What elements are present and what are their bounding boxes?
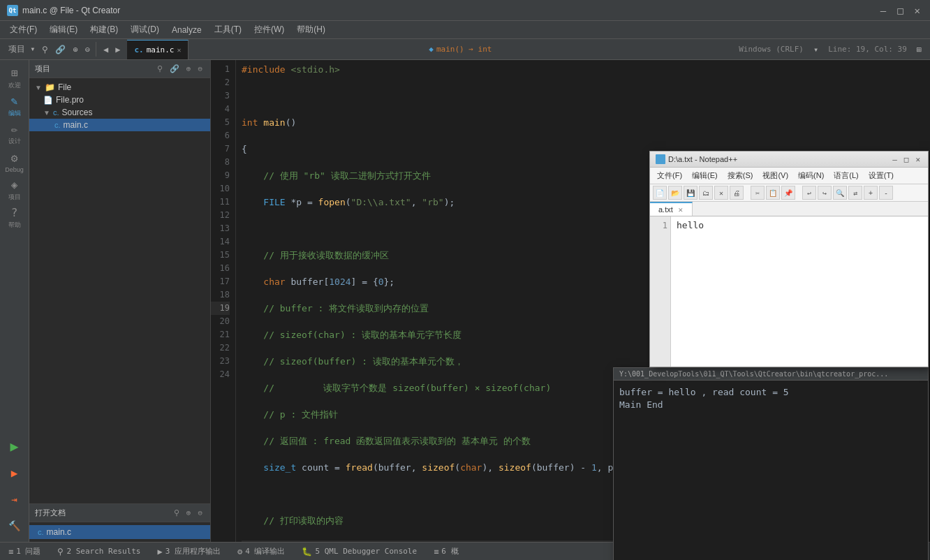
- toolbar: 项目 ▾ ⚲ 🔗 ⊕ ⊖ ◀ ▶ c. main.c ✕ ◆ main() → …: [0, 39, 930, 60]
- status-item-3[interactable]: ▶ 3 应用程序输出: [154, 545, 223, 558]
- npp-close-btn[interactable]: ✕: [714, 186, 728, 200]
- menu-edit[interactable]: 编辑(E): [44, 22, 83, 37]
- debug-run-button[interactable]: ▶: [4, 462, 25, 483]
- npp-menu-encode[interactable]: 编码(N): [794, 169, 828, 182]
- menu-controls[interactable]: 控件(W): [249, 22, 290, 37]
- npp-new-btn[interactable]: 📄: [653, 186, 667, 200]
- sidebar-help[interactable]: ? 帮助: [2, 205, 27, 230]
- main-c-tab[interactable]: c. main.c ✕: [127, 40, 189, 59]
- sidebar-debug[interactable]: ⚙ Debug: [2, 149, 27, 175]
- toolbar-back-btn[interactable]: ◀: [101, 43, 111, 56]
- open-docs-add[interactable]: ⊕: [184, 508, 193, 518]
- menu-debug[interactable]: 调试(D): [125, 22, 165, 37]
- tree-item-file-folder[interactable]: ▼ 📁 File: [29, 81, 210, 94]
- npp-paste-btn[interactable]: 📌: [781, 186, 795, 200]
- split-button[interactable]: ⊞: [914, 43, 924, 56]
- run-button[interactable]: ▶: [4, 436, 25, 457]
- build-button[interactable]: 🔨: [4, 515, 25, 536]
- npp-copy-btn[interactable]: 📋: [766, 186, 780, 200]
- npp-print-btn[interactable]: 🖨: [730, 186, 744, 200]
- sidebar-edit[interactable]: ✎ 编辑: [2, 94, 27, 119]
- npp-redo-btn[interactable]: ↪: [818, 186, 832, 200]
- welcome-icon: ⊞: [11, 66, 18, 80]
- npp-save-btn[interactable]: 💾: [684, 186, 698, 200]
- npp-cut-btn[interactable]: ✂: [751, 186, 765, 200]
- tree-item-main-c[interactable]: c. main.c: [29, 119, 210, 131]
- step-button[interactable]: ⇥: [4, 489, 25, 510]
- status-icon-2: ⚲: [57, 547, 64, 557]
- notepad-minimize[interactable]: —: [890, 155, 899, 164]
- sidebar-design[interactable]: ✏ 设计: [2, 121, 27, 147]
- sidebar-icons: ⊞ 欢迎 ✎ 编辑 ✏ 设计 ⚙ Debug ◈ 项目 ? 帮助 ▶ ▶ ⇥ 🔨: [0, 60, 29, 542]
- status-item-1[interactable]: ≡ 1 问题: [6, 545, 43, 558]
- npp-menu-lang[interactable]: 语言(L): [829, 169, 862, 182]
- sidebar-welcome[interactable]: ⊞ 欢迎: [2, 66, 27, 91]
- minus-btn[interactable]: ⊖: [195, 64, 205, 74]
- npp-zoom-out-btn[interactable]: -: [879, 186, 893, 200]
- status-item-2[interactable]: ⚲ 2 Search Results: [54, 545, 143, 558]
- maximize-button[interactable]: □: [894, 5, 906, 16]
- notepad-tab-close[interactable]: ✕: [678, 207, 684, 214]
- status-item-4[interactable]: ⚙ 4 编译输出: [235, 545, 288, 558]
- open-docs-header: 打开文档 ⚲ ⊕ ⊖: [29, 504, 210, 522]
- status-item-6[interactable]: ≡ 6 概: [431, 545, 461, 558]
- notepad-content[interactable]: 1 hello: [650, 216, 928, 367]
- tree-item-file-pro[interactable]: 📄 File.pro: [29, 94, 210, 106]
- toolbar-minus-btn[interactable]: ⊖: [82, 43, 93, 56]
- encoding-dropdown[interactable]: ▾: [811, 43, 821, 56]
- status-label-5: 5 QML Debugger Console: [315, 547, 417, 556]
- npp-menu-view[interactable]: 视图(V): [758, 169, 792, 182]
- menu-file[interactable]: 文件(F): [4, 22, 43, 37]
- notepad-window[interactable]: D:\a.txt - Notepad++ — □ ✕ 文件(F) 编辑(E) 搜…: [649, 151, 929, 367]
- npp-menu-file[interactable]: 文件(F): [653, 169, 686, 182]
- cursor-position: Line: 19, Col: 39: [822, 45, 913, 54]
- toolbar-forward-btn[interactable]: ▶: [112, 43, 123, 56]
- notepad-maximize[interactable]: □: [902, 155, 911, 164]
- tree-item-sources[interactable]: ▼ c. Sources: [29, 106, 210, 119]
- menu-build[interactable]: 构建(B): [84, 22, 124, 37]
- npp-replace-btn[interactable]: ⇄: [848, 186, 862, 200]
- open-docs-main-c[interactable]: c. main.c: [29, 525, 210, 539]
- notepad-controls: — □ ✕: [890, 155, 922, 164]
- dropdown-arrow: ▾: [30, 44, 35, 54]
- close-button[interactable]: ✕: [912, 5, 923, 16]
- open-docs-filter[interactable]: ⚲: [172, 508, 182, 518]
- expand-arrow-sources: ▼: [43, 109, 50, 117]
- file-tree: ▼ 📁 File 📄 File.pro ▼ c. Sources c. main…: [29, 78, 210, 503]
- menu-analyze[interactable]: Analyze: [166, 24, 207, 36]
- menu-tools[interactable]: 工具(T): [209, 22, 247, 37]
- status-icon-4: ⚙: [237, 547, 242, 557]
- npp-menu-edit[interactable]: 编辑(E): [688, 169, 722, 182]
- debug-label: Debug: [5, 166, 24, 173]
- npp-menu-search[interactable]: 搜索(S): [723, 169, 758, 182]
- toolbar-link-btn[interactable]: 🔗: [52, 43, 68, 56]
- add-btn[interactable]: ⊕: [184, 64, 193, 74]
- filter-btn[interactable]: ⚲: [155, 64, 165, 74]
- toolbar-filter-btn[interactable]: ⚲: [39, 43, 51, 56]
- toolbar-add-btn[interactable]: ⊕: [70, 43, 80, 56]
- npp-menu-settings[interactable]: 设置(T): [864, 169, 898, 182]
- window-title: main.c @ File - Qt Creator: [22, 6, 120, 15]
- sidebar-project[interactable]: ◈ 项目: [2, 177, 27, 202]
- terminal-content[interactable]: buffer = hello , read count = 5 Main End: [614, 381, 928, 560]
- notepad-code[interactable]: hello: [671, 216, 928, 367]
- npp-zoom-in-btn[interactable]: +: [864, 186, 878, 200]
- title-bar: Qt main.c @ File - Qt Creator — □ ✕: [0, 0, 930, 21]
- link-btn[interactable]: 🔗: [168, 64, 182, 74]
- menu-help[interactable]: 帮助(H): [291, 22, 331, 37]
- minimize-button[interactable]: —: [878, 5, 889, 16]
- status-item-5[interactable]: 🐛 5 QML Debugger Console: [299, 545, 420, 558]
- c-file-icon-tree: c.: [54, 121, 61, 129]
- toolbar-project-dropdown[interactable]: 项目 ▾: [6, 42, 38, 57]
- open-docs-minus[interactable]: ⊖: [195, 508, 205, 518]
- npp-save-all-btn[interactable]: 🗂: [699, 186, 713, 200]
- tab-close-button[interactable]: ✕: [177, 46, 181, 54]
- help-label: 帮助: [8, 221, 21, 230]
- npp-undo-btn[interactable]: ↩: [802, 186, 816, 200]
- npp-find-btn[interactable]: 🔍: [833, 186, 847, 200]
- npp-open-btn[interactable]: 📂: [668, 186, 682, 200]
- notepad-close[interactable]: ✕: [913, 155, 922, 164]
- tab-label: main.c: [147, 45, 175, 54]
- project-label: 项目: [8, 44, 25, 54]
- notepad-tab-atxt[interactable]: a.txt ✕: [650, 202, 693, 216]
